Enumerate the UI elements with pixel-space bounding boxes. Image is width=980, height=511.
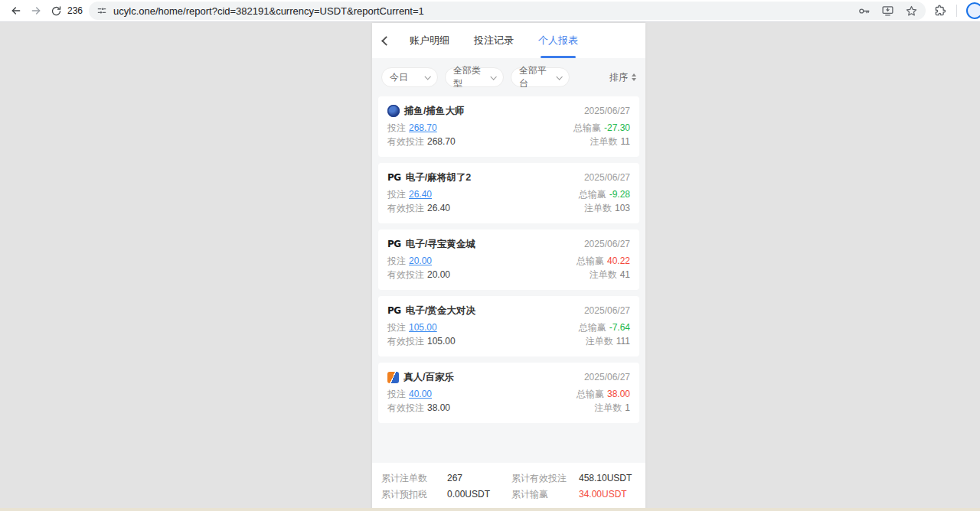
report-card[interactable]: 真人/百家乐 2025/06/27 投注 40.00 总输赢 38.00 有效投… xyxy=(378,363,639,423)
bet-count-label: 注单数 xyxy=(594,401,622,415)
platform-filter-value: 全部平台 xyxy=(519,64,552,90)
forward-arrow-icon xyxy=(30,5,42,17)
bet-amount-link[interactable]: 40.00 xyxy=(409,387,432,401)
url-text[interactable]: ucylc.one/home/report?cid=382191&currenc… xyxy=(113,5,851,17)
back-arrow-icon xyxy=(10,5,22,17)
game-title: 电子/赏金大对决 xyxy=(406,304,475,317)
chevron-down-icon xyxy=(557,73,563,80)
bet-amount-link[interactable]: 268.70 xyxy=(409,121,437,135)
bet-label: 投注 xyxy=(387,254,406,268)
chevron-down-icon xyxy=(424,73,430,80)
sort-arrows-icon xyxy=(632,73,636,81)
browser-forward-button[interactable] xyxy=(26,1,46,21)
bottom-edge-strip xyxy=(0,508,980,511)
bet-amount-link[interactable]: 105.00 xyxy=(409,321,437,334)
record-date: 2025/06/27 xyxy=(584,370,630,384)
game-title: 捕鱼/捕鱼大师 xyxy=(404,104,464,118)
winloss-value: 38.00 xyxy=(607,387,630,401)
bet-label: 投注 xyxy=(387,121,406,135)
install-media-icon[interactable] xyxy=(881,5,894,18)
tab-personal-report[interactable]: 个人报表 xyxy=(538,23,578,58)
bet-count-value: 11 xyxy=(621,135,630,148)
total-valid-bet-value: 458.10USDT xyxy=(579,470,636,487)
total-withholding-label: 累计预扣税 xyxy=(381,487,447,503)
type-filter-value: 全部类型 xyxy=(453,64,486,90)
type-filter-dropdown[interactable]: 全部类型 xyxy=(445,67,504,87)
live-casino-icon xyxy=(387,372,399,383)
date-filter-value: 今日 xyxy=(390,71,408,84)
game-title: 电子/寻宝黄金城 xyxy=(406,237,475,251)
total-winloss-label: 总输赢 xyxy=(577,387,604,401)
summary-footer: 累计注单数 267 累计有效投注 458.10USDT 累计预扣税 0.00US… xyxy=(372,463,645,511)
total-orders-value: 267 xyxy=(447,470,511,487)
valid-bet-value: 20.00 xyxy=(427,268,450,282)
record-date: 2025/06/27 xyxy=(584,237,630,251)
total-winloss-label: 总输赢 xyxy=(573,121,601,135)
winloss-value: 40.22 xyxy=(607,254,630,268)
address-bar[interactable]: ucylc.one/home/report?cid=382191&currenc… xyxy=(89,2,926,20)
total-valid-bet-label: 累计有效投注 xyxy=(511,470,579,487)
browser-toolbar: 236 ucylc.one/home/report?cid=382191&cur… xyxy=(0,0,980,22)
tab-bar: 账户明细 投注记录 个人报表 xyxy=(410,23,578,58)
back-chevron-icon[interactable] xyxy=(381,36,391,46)
total-winloss-label: 总输赢 xyxy=(579,321,606,334)
report-card[interactable]: PG 电子/寻宝黄金城 2025/06/27 投注 20.00 总输赢 40.2… xyxy=(378,229,639,290)
winloss-value: -7.64 xyxy=(609,321,630,334)
date-filter-dropdown[interactable]: 今日 xyxy=(381,67,438,87)
platform-filter-dropdown[interactable]: 全部平台 xyxy=(511,67,570,87)
sort-button[interactable]: 排序 xyxy=(609,71,636,84)
bet-count-value: 41 xyxy=(620,268,630,282)
fish-game-icon xyxy=(387,105,400,117)
refresh-icon xyxy=(51,5,62,17)
total-winloss-label: 累计输赢 xyxy=(511,487,579,503)
total-orders-label: 累计注单数 xyxy=(381,470,447,487)
browser-back-button[interactable] xyxy=(6,1,26,21)
page-header: 账户明细 投注记录 个人报表 xyxy=(372,23,645,58)
sort-label: 排序 xyxy=(609,71,628,84)
browser-refresh-button[interactable] xyxy=(46,1,66,21)
chevron-down-icon xyxy=(491,73,497,80)
tab-bet-records[interactable]: 投注记录 xyxy=(474,23,514,58)
report-card[interactable]: PG 电子/赏金大对决 2025/06/27 投注 105.00 总输赢 -7.… xyxy=(378,296,639,356)
winloss-value: -9.28 xyxy=(609,187,630,201)
bet-label: 投注 xyxy=(387,187,406,201)
bet-amount-link[interactable]: 20.00 xyxy=(409,254,432,268)
valid-bet-value: 38.00 xyxy=(427,401,450,415)
summary-row: 累计预扣税 0.00USDT 累计输赢 34.00USDT xyxy=(381,487,636,503)
pg-logo-icon: PG xyxy=(387,171,401,184)
bet-count-value: 111 xyxy=(616,334,630,348)
total-winloss-label: 总输赢 xyxy=(579,187,606,201)
total-winloss-value: 34.00USDT xyxy=(579,487,636,503)
record-date: 2025/06/27 xyxy=(584,104,630,118)
bet-count-label: 注单数 xyxy=(584,201,612,215)
winloss-value: -27.30 xyxy=(604,121,630,135)
filter-bar: 今日 全部类型 全部平台 排序 xyxy=(372,58,645,96)
bet-count-label: 注单数 xyxy=(590,135,618,148)
bet-count-value: 1 xyxy=(625,401,630,415)
report-card[interactable]: 捕鱼/捕鱼大师 2025/06/27 投注 268.70 总输赢 -27.30 … xyxy=(378,96,639,157)
report-page: 账户明细 投注记录 个人报表 今日 全部类型 全部平台 排序 捕鱼/捕鱼大师 xyxy=(372,23,645,511)
bet-count-value: 103 xyxy=(615,201,630,215)
report-card[interactable]: PG 电子/麻将胡了2 2025/06/27 投注 26.40 总输赢 -9.2… xyxy=(378,163,639,223)
site-settings-icon[interactable] xyxy=(96,5,107,16)
toolbar-separator xyxy=(956,5,957,17)
record-date: 2025/06/27 xyxy=(584,304,630,317)
tab-account-details[interactable]: 账户明细 xyxy=(410,23,449,58)
summary-row: 累计注单数 267 累计有效投注 458.10USDT xyxy=(381,470,636,487)
bet-amount-link[interactable]: 26.40 xyxy=(409,187,432,201)
pg-logo-icon: PG xyxy=(387,304,401,317)
game-title: 真人/百家乐 xyxy=(403,370,454,384)
total-withholding-value: 0.00USDT xyxy=(447,487,511,503)
password-key-icon[interactable] xyxy=(858,5,871,18)
valid-bet-label: 有效投注 xyxy=(387,268,424,282)
valid-bet-value: 105.00 xyxy=(427,334,456,348)
extensions-puzzle-icon[interactable] xyxy=(933,4,947,18)
game-title: 电子/麻将胡了2 xyxy=(406,171,471,184)
bet-label: 投注 xyxy=(387,387,406,401)
bet-count-label: 注单数 xyxy=(590,268,617,282)
bookmark-star-icon[interactable] xyxy=(905,5,918,18)
record-date: 2025/06/27 xyxy=(584,171,630,184)
profile-avatar[interactable] xyxy=(966,2,980,19)
bet-count-label: 注单数 xyxy=(586,334,613,348)
bet-label: 投注 xyxy=(387,321,406,334)
